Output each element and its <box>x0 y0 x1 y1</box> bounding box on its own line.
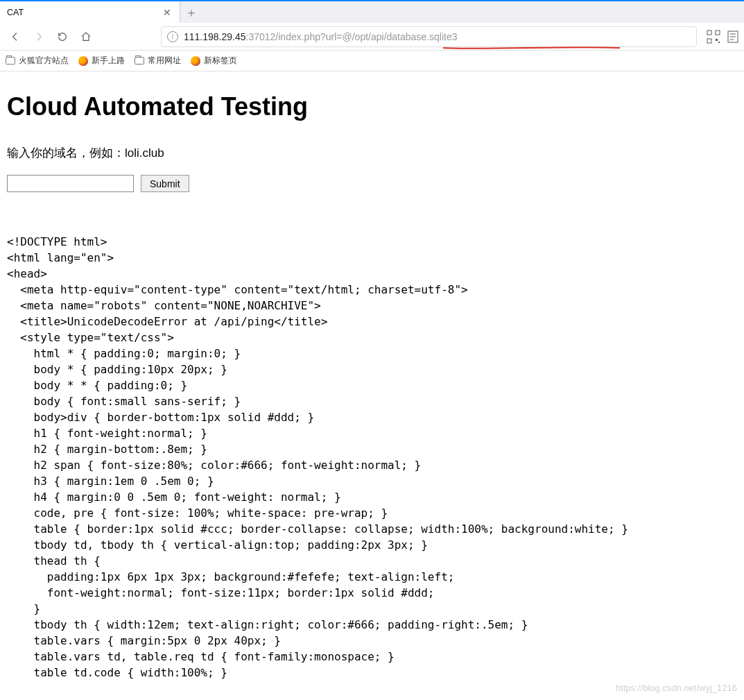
new-tab-button[interactable]: ＋ <box>180 1 202 23</box>
intro-text: 输入你的域名，例如：loli.club <box>7 145 737 161</box>
globe-icon <box>78 56 88 66</box>
svg-rect-4 <box>718 42 720 43</box>
submit-button[interactable]: Submit <box>141 175 189 192</box>
svg-rect-0 <box>707 31 711 35</box>
back-button[interactable] <box>4 26 26 48</box>
url-text: 111.198.29.45:37012/index.php?url=@/opt/… <box>184 31 691 42</box>
bookmark-item[interactable]: 新标签页 <box>191 55 237 67</box>
reader-icon[interactable] <box>726 30 740 44</box>
bookmark-item[interactable]: 火狐官方站点 <box>6 55 69 67</box>
tab-title: CAT <box>7 8 162 17</box>
folder-icon <box>135 57 144 65</box>
form-row: Submit <box>7 175 737 192</box>
browser-tab[interactable]: CAT ✕ <box>0 1 180 23</box>
page-content: Cloud Automated Testing 输入你的域名，例如：loli.c… <box>0 71 744 688</box>
svg-rect-2 <box>707 39 711 43</box>
bookmark-item[interactable]: 新手上路 <box>78 55 125 67</box>
tab-strip: CAT ✕ ＋ <box>0 0 744 23</box>
nav-toolbar: i 111.198.29.45:37012/index.php?url=@/op… <box>0 23 744 51</box>
folder-icon <box>6 57 15 65</box>
address-bar[interactable]: i 111.198.29.45:37012/index.php?url=@/op… <box>161 26 697 47</box>
bookmarks-bar: 火狐官方站点 新手上路 常用网址 新标签页 <box>0 51 744 71</box>
svg-rect-3 <box>716 39 718 41</box>
home-button[interactable] <box>75 26 97 48</box>
page-title: Cloud Automated Testing <box>7 92 737 121</box>
reload-button[interactable] <box>51 26 73 48</box>
site-info-icon[interactable]: i <box>167 31 178 42</box>
forward-button[interactable] <box>28 26 50 48</box>
bookmark-label: 新手上路 <box>92 55 125 67</box>
bookmark-label: 新标签页 <box>204 55 237 67</box>
globe-icon <box>191 56 200 66</box>
bookmark-item[interactable]: 常用网址 <box>135 55 181 67</box>
svg-rect-1 <box>716 31 720 35</box>
bookmark-label: 常用网址 <box>148 55 181 67</box>
qr-icon[interactable] <box>707 30 720 44</box>
annotation-underline <box>443 42 620 46</box>
domain-input[interactable] <box>7 175 134 192</box>
response-source: <!DOCTYPE html> <html lang="en"> <head> … <box>7 234 737 681</box>
addressbar-right-icons <box>707 30 740 44</box>
close-icon[interactable]: ✕ <box>162 7 173 18</box>
bookmark-label: 火狐官方站点 <box>19 55 69 67</box>
